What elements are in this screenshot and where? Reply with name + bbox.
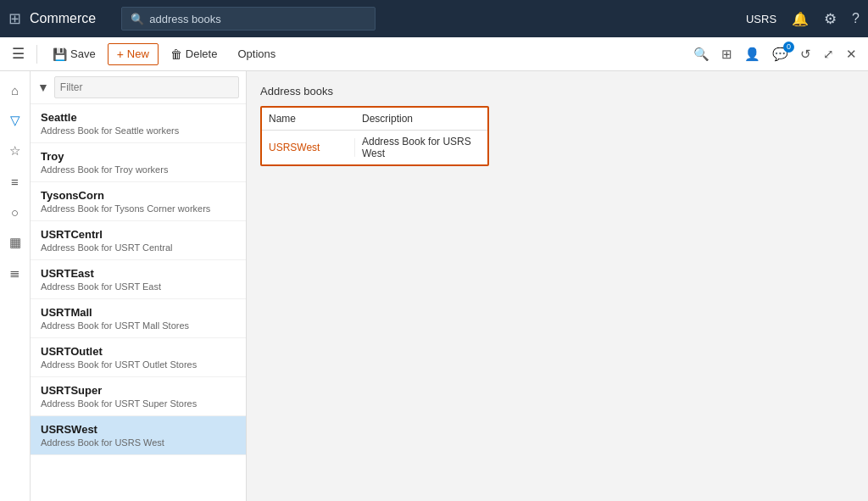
item-desc: Address Book for USRT Mall Stores xyxy=(41,320,236,331)
toolbar-separator xyxy=(36,45,37,64)
save-button[interactable]: 💾 Save xyxy=(44,44,104,64)
ab-cell-name: USRSWest xyxy=(262,138,355,157)
list-filter-icon[interactable]: ▼ xyxy=(37,81,49,94)
sidebar-filter-icon[interactable]: ▽ xyxy=(2,107,29,134)
app-title: Commerce xyxy=(30,11,96,26)
new-label: New xyxy=(127,47,149,60)
sidebar-home-icon[interactable]: ⌂ xyxy=(2,76,29,103)
item-desc: Address Book for USRT Outlet Stores xyxy=(41,359,236,370)
item-desc: Address Book for Seattle workers xyxy=(41,125,236,136)
new-icon: + xyxy=(117,47,124,61)
delete-icon: 🗑 xyxy=(170,47,182,61)
item-desc: Address Book for USRS West xyxy=(41,437,236,448)
sidebar-star-icon[interactable]: ☆ xyxy=(2,137,29,164)
item-name: USRTSuper xyxy=(41,384,236,397)
toolbar-right-icons: 🔍 ⊞ 👤 💬0 ↺ ⤢ ✕ xyxy=(689,43,861,65)
sidebar-lines-icon[interactable]: ≣ xyxy=(2,259,29,287)
sidebar-clock-icon[interactable]: ○ xyxy=(2,198,29,225)
item-name: USRSWest xyxy=(41,423,236,436)
item-name: Troy xyxy=(41,150,236,163)
grid-icon[interactable]: ⊞ xyxy=(8,9,21,28)
top-navbar: ⊞ Commerce 🔍 USRS 🔔 ⚙ ? xyxy=(0,0,868,37)
list-item[interactable]: USRTOutlet Address Book for USRT Outlet … xyxy=(31,338,246,377)
user-label: USRS xyxy=(746,13,776,25)
ab-table-row[interactable]: USRSWest Address Book for USRS West xyxy=(262,131,487,164)
global-search-input[interactable] xyxy=(149,13,366,25)
item-desc: Address Book for USRT East xyxy=(41,281,236,292)
delete-button[interactable]: 🗑 Delete xyxy=(162,44,226,64)
list-panel: ▼ Seattle Address Book for Seattle worke… xyxy=(31,71,247,501)
main-layout: ⌂ ▽ ☆ ≡ ○ ▦ ≣ ▼ Seattle Address Book for… xyxy=(0,71,868,501)
list-item[interactable]: USRTMall Address Book for USRT Mall Stor… xyxy=(31,299,246,338)
global-search-box[interactable]: 🔍 xyxy=(121,7,376,31)
col-name-header: Name xyxy=(262,111,355,126)
new-button[interactable]: + New xyxy=(108,43,159,65)
sidebar-list-icon[interactable]: ≡ xyxy=(2,168,29,195)
save-label: Save xyxy=(70,47,96,60)
item-name: USRTCentrl xyxy=(41,228,236,241)
list-item[interactable]: Troy Address Book for Troy workers xyxy=(31,143,246,182)
toolbar-badge-button[interactable]: 💬0 xyxy=(768,43,793,65)
detail-panel: Address books Name Description USRSWest … xyxy=(247,71,868,501)
list-item[interactable]: Seattle Address Book for Seattle workers xyxy=(31,104,246,143)
item-name: USRTMall xyxy=(41,306,236,319)
delete-label: Delete xyxy=(186,47,218,60)
save-icon: 💾 xyxy=(53,47,67,61)
toolbar-people-button[interactable]: 👤 xyxy=(740,43,765,65)
list-items: Seattle Address Book for Seattle workers… xyxy=(31,104,246,501)
col-desc-header: Description xyxy=(355,111,487,126)
list-item[interactable]: USRSWest Address Book for USRS West xyxy=(31,416,246,455)
list-panel-toolbar: ▼ xyxy=(31,71,246,104)
toolbar-refresh-button[interactable]: ↺ xyxy=(796,43,815,65)
list-item[interactable]: USRTCentrl Address Book for USRT Central xyxy=(31,221,246,260)
filter-input-wrap[interactable] xyxy=(54,76,239,98)
item-desc: Address Book for Tysons Corner workers xyxy=(41,203,236,214)
bell-icon[interactable]: 🔔 xyxy=(792,11,809,27)
list-item[interactable]: USRTSuper Address Book for USRT Super St… xyxy=(31,377,246,416)
ab-cell-desc: Address Book for USRS West xyxy=(355,132,487,163)
list-item[interactable]: USRTEast Address Book for USRT East xyxy=(31,260,246,299)
settings-icon[interactable]: ⚙ xyxy=(824,10,837,28)
item-desc: Address Book for Troy workers xyxy=(41,164,236,175)
hamburger-button[interactable]: ☰ xyxy=(7,42,30,66)
list-item[interactable]: TysonsCorn Address Book for Tysons Corne… xyxy=(31,182,246,221)
help-icon[interactable]: ? xyxy=(852,11,860,26)
options-label: Options xyxy=(237,47,275,60)
item-name: USRTOutlet xyxy=(41,345,236,358)
filter-input[interactable] xyxy=(60,81,233,93)
ab-table-rows: USRSWest Address Book for USRS West xyxy=(262,131,487,164)
sidebar-icons: ⌂ ▽ ☆ ≡ ○ ▦ ≣ xyxy=(0,71,31,501)
toolbar-layout-button[interactable]: ⊞ xyxy=(717,43,737,65)
main-toolbar: ☰ 💾 Save + New 🗑 Delete Options 🔍 ⊞ 👤 💬0… xyxy=(0,37,868,71)
item-desc: Address Book for USRT Central xyxy=(41,242,236,253)
search-icon: 🔍 xyxy=(131,13,144,25)
item-name: Seattle xyxy=(41,111,236,124)
toolbar-close-button[interactable]: ✕ xyxy=(842,43,861,65)
sidebar-table-icon[interactable]: ▦ xyxy=(2,229,29,256)
section-title: Address books xyxy=(260,85,854,97)
options-button[interactable]: Options xyxy=(229,44,284,64)
address-books-table: Name Description USRSWest Address Book f… xyxy=(260,106,489,166)
item-desc: Address Book for USRT Super Stores xyxy=(41,398,236,409)
toolbar-search-button[interactable]: 🔍 xyxy=(689,43,714,65)
item-name: TysonsCorn xyxy=(41,189,236,202)
item-name: USRTEast xyxy=(41,267,236,280)
toolbar-maximize-button[interactable]: ⤢ xyxy=(819,43,838,65)
ab-table-header: Name Description xyxy=(262,108,487,131)
